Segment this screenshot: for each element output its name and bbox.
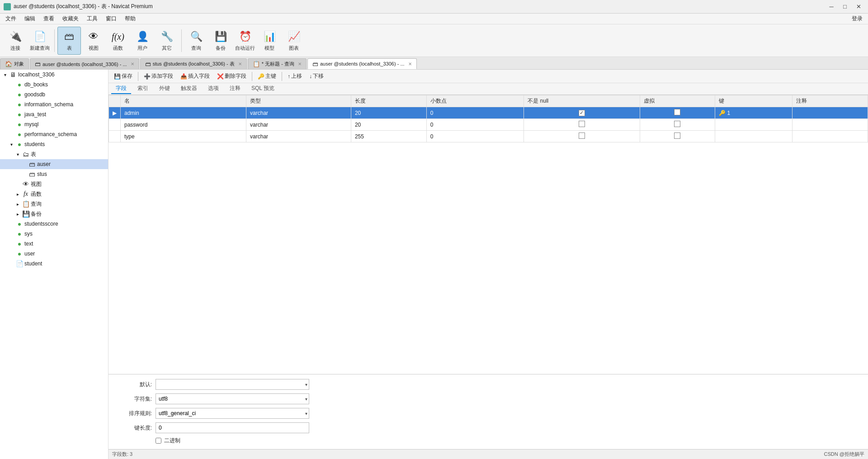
field-length-admin[interactable]: 20 <box>351 107 426 119</box>
field-decimal-type[interactable]: 0 <box>426 131 524 142</box>
subtab-triggers[interactable]: 触发器 <box>176 84 202 94</box>
move-down-button[interactable]: ↓ 下移 <box>307 71 326 81</box>
primary-key-button[interactable]: 🔑 主键 <box>255 71 279 81</box>
field-notnull-type[interactable] <box>524 131 640 142</box>
field-notnull-password[interactable] <box>524 119 640 131</box>
field-name-type[interactable]: type <box>121 131 246 142</box>
insert-field-button[interactable]: 📥 插入字段 <box>178 71 212 81</box>
field-length-type[interactable]: 255 <box>351 131 426 142</box>
field-virtual-admin[interactable] <box>640 107 715 119</box>
sidebar-item-tables[interactable]: ▾ 🗂 表 <box>0 149 108 159</box>
move-up-button[interactable]: ↑ 上移 <box>285 71 305 81</box>
toolbar-view[interactable]: 👁 视图 <box>82 27 105 55</box>
menu-tools[interactable]: 工具 <box>83 14 101 24</box>
sidebar-item-student[interactable]: 📄 student <box>0 259 108 269</box>
maximize-button[interactable]: □ <box>839 2 851 11</box>
tab-auser1[interactable]: 🗃 auser @students (localhost_3306) - ...… <box>30 58 139 69</box>
menu-view[interactable]: 查看 <box>40 14 58 24</box>
field-comment-admin[interactable] <box>793 107 868 119</box>
menu-file[interactable]: 文件 <box>2 14 20 24</box>
prop-keylength-input[interactable] <box>156 422 309 433</box>
tab-query-close[interactable]: ✕ <box>298 62 302 66</box>
tab-stus[interactable]: 🗃 stus @students (localhost_3306) - 表 ✕ <box>140 58 247 69</box>
toolbar-user[interactable]: 👤 用户 <box>131 27 154 55</box>
subtab-fields[interactable]: 字段 <box>111 84 131 94</box>
prop-charset-select[interactable]: utf8 utf8mb4 latin1 <box>156 393 309 404</box>
menu-favorites[interactable]: 收藏夹 <box>59 14 82 24</box>
col-name-header[interactable]: 名 <box>121 95 246 107</box>
sidebar-item-mysql[interactable]: ● mysql <box>0 119 108 129</box>
field-comment-type[interactable] <box>793 131 868 142</box>
field-key-password[interactable] <box>715 119 793 131</box>
col-virtual-header[interactable]: 虚拟 <box>640 95 715 107</box>
tab-stus-close[interactable]: ✕ <box>238 62 242 66</box>
tab-auser2[interactable]: 🗃 auser @students (localhost_3306) - ...… <box>307 58 417 69</box>
table-row[interactable]: type varchar 255 0 <box>109 131 868 142</box>
col-decimal-header[interactable]: 小数点 <box>426 95 524 107</box>
field-type-password[interactable]: varchar <box>246 119 351 131</box>
table-row[interactable]: password varchar 20 0 <box>109 119 868 131</box>
tab-object[interactable]: 🏠 对象 <box>0 58 29 69</box>
col-type-header[interactable]: 类型 <box>246 95 351 107</box>
field-comment-password[interactable] <box>793 119 868 131</box>
toolbar-function[interactable]: f(x) 函数 <box>106 27 130 55</box>
delete-field-button[interactable]: ❌ 删除字段 <box>214 71 249 81</box>
toolbar-new-query[interactable]: 📄 新建查询 <box>28 27 52 55</box>
close-button[interactable]: ✕ <box>853 2 864 11</box>
toolbar-model[interactable]: 📊 模型 <box>258 27 281 55</box>
field-decimal-password[interactable]: 0 <box>426 119 524 131</box>
sidebar-item-localhost[interactable]: ▾ 🖥 localhost_3306 <box>0 70 108 80</box>
col-comment-header[interactable]: 注释 <box>793 95 868 107</box>
tab-auser1-close[interactable]: ✕ <box>131 62 134 66</box>
field-type-admin[interactable]: varchar <box>246 107 351 119</box>
toolbar-table[interactable]: 🗃 表 <box>57 27 81 55</box>
sidebar-item-views[interactable]: 👁 视图 <box>0 179 108 189</box>
sidebar-item-db-books[interactable]: ● db_books <box>0 80 108 90</box>
login-button[interactable]: 登录 <box>852 15 866 23</box>
add-field-button[interactable]: ➕ 添加字段 <box>141 71 176 81</box>
field-virtual-password[interactable] <box>640 119 715 131</box>
sidebar-item-user[interactable]: ● user <box>0 249 108 259</box>
toolbar-other[interactable]: 🔧 其它 <box>155 27 179 55</box>
sidebar-item-auser[interactable]: 🗃 auser <box>0 159 108 169</box>
field-name-password[interactable]: password <box>121 119 246 131</box>
sidebar-item-stus[interactable]: 🗃 stus <box>0 169 108 179</box>
sidebar-item-studentsscore[interactable]: ● studentsscore <box>0 219 108 229</box>
toolbar-backup[interactable]: 💾 备份 <box>209 27 232 55</box>
sidebar-item-sys[interactable]: ● sys <box>0 229 108 239</box>
sidebar-item-goodsdb[interactable]: ● goodsdb <box>0 90 108 99</box>
col-key-header[interactable]: 键 <box>715 95 793 107</box>
field-name-admin[interactable]: admin <box>121 107 246 119</box>
subtab-options[interactable]: 选项 <box>203 84 223 94</box>
minimize-button[interactable]: ─ <box>826 2 837 11</box>
menu-edit[interactable]: 编辑 <box>21 14 39 24</box>
field-decimal-admin[interactable]: 0 <box>426 107 524 119</box>
field-notnull-admin[interactable]: ✓ <box>524 107 640 119</box>
col-length-header[interactable]: 长度 <box>351 95 426 107</box>
sidebar-item-performance-schema[interactable]: ● performance_schema <box>0 129 108 139</box>
col-notnull-header[interactable]: 不是 null <box>524 95 640 107</box>
menu-window[interactable]: 窗口 <box>102 14 120 24</box>
field-length-password[interactable]: 20 <box>351 119 426 131</box>
field-type-type[interactable]: varchar <box>246 131 351 142</box>
subtab-foreign-keys[interactable]: 外键 <box>155 84 175 94</box>
sidebar-item-students[interactable]: ▾ ● students <box>0 139 108 149</box>
toolbar-query[interactable]: 🔍 查询 <box>184 27 208 55</box>
tab-auser2-close[interactable]: ✕ <box>408 62 412 66</box>
prop-binary-checkbox[interactable] <box>156 438 161 444</box>
subtab-sql-preview[interactable]: SQL 预览 <box>247 84 279 94</box>
toolbar-chart[interactable]: 📈 图表 <box>282 27 306 55</box>
field-key-type[interactable] <box>715 131 793 142</box>
field-virtual-type[interactable] <box>640 131 715 142</box>
sidebar-item-queries[interactable]: ▸ 📋 查询 <box>0 199 108 209</box>
menu-help[interactable]: 帮助 <box>121 14 139 24</box>
save-button[interactable]: 💾 保存 <box>111 71 135 81</box>
prop-collation-select[interactable]: utf8_general_ci utf8_unicode_ci <box>156 408 309 419</box>
subtab-indexes[interactable]: 索引 <box>133 84 153 94</box>
sidebar-item-java-test[interactable]: ● java_test <box>0 109 108 119</box>
tab-query[interactable]: 📋 * 无标题 - 查询 ✕ <box>248 58 307 69</box>
toolbar-automation[interactable]: ⏰ 自动运行 <box>233 27 257 55</box>
sidebar-item-information-schema[interactable]: ● information_schema <box>0 99 108 109</box>
prop-default-select[interactable] <box>156 379 309 390</box>
table-row[interactable]: ▶ admin varchar 20 0 ✓ 🔑 1 <box>109 107 868 119</box>
